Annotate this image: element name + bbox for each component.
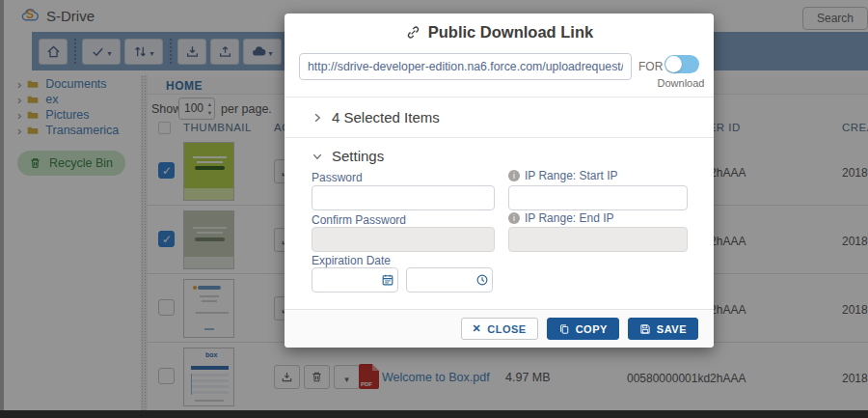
- info-icon[interactable]: [508, 212, 520, 224]
- ip-end-input: [508, 227, 688, 252]
- ip-end-label: IP Range: End IP: [508, 211, 614, 225]
- modal-title-text: Public Download Link: [428, 23, 593, 41]
- save-icon: [639, 323, 651, 335]
- divider: [285, 97, 714, 98]
- clock-icon[interactable]: [475, 273, 489, 291]
- modal-footer: CLOSE COPY SAVE: [285, 309, 714, 348]
- download-toggle-label: Download: [654, 77, 708, 89]
- modal-title: Public Download Link: [285, 23, 714, 42]
- public-download-link-modal: Public Download Link FOR Download 4 Sele…: [285, 14, 714, 348]
- link-icon: [405, 25, 421, 40]
- selected-items-label[interactable]: 4 Selected Items: [332, 109, 440, 125]
- save-button-label: SAVE: [657, 323, 687, 335]
- ip-start-input[interactable]: [508, 185, 688, 210]
- close-button-label: CLOSE: [487, 323, 526, 335]
- download-toggle[interactable]: [665, 55, 699, 73]
- password-input[interactable]: [312, 185, 495, 210]
- ip-end-label-text: IP Range: End IP: [525, 211, 614, 225]
- settings-label[interactable]: Settings: [332, 148, 384, 164]
- save-button[interactable]: SAVE: [628, 318, 698, 340]
- confirm-password-label: Confirm Password: [312, 213, 406, 227]
- chevron-right-icon[interactable]: [312, 112, 323, 124]
- ip-start-label: IP Range: Start IP: [508, 169, 618, 182]
- selected-items-accordion[interactable]: 4 Selected Items: [312, 109, 440, 125]
- close-icon: [473, 322, 488, 335]
- calendar-icon[interactable]: [381, 273, 394, 291]
- copy-icon: [558, 323, 570, 335]
- screen: S S-Drive Search Documents ex: [0, 0, 868, 418]
- for-label: FOR: [638, 60, 663, 73]
- toggle-knob[interactable]: [665, 56, 682, 72]
- password-label: Password: [312, 171, 363, 184]
- confirm-password-input: [312, 227, 495, 252]
- info-icon[interactable]: [508, 170, 520, 181]
- copy-button[interactable]: COPY: [547, 318, 619, 340]
- chevron-down-icon[interactable]: [312, 151, 323, 162]
- ip-start-label-text: IP Range: Start IP: [525, 169, 618, 182]
- public-link-url-input[interactable]: [299, 53, 632, 80]
- divider: [285, 137, 714, 138]
- expiration-date-label: Expiration Date: [312, 254, 391, 267]
- close-button[interactable]: CLOSE: [461, 318, 538, 340]
- copy-button-label: COPY: [576, 323, 608, 335]
- settings-accordion[interactable]: Settings: [312, 148, 384, 164]
